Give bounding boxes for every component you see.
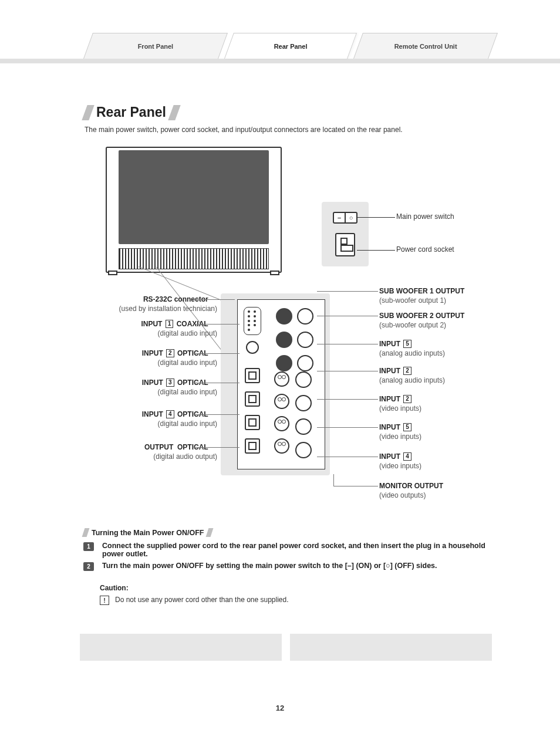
tab-label: Rear Panel <box>274 43 307 50</box>
instructions-heading-text: Turning the Main Power ON/OFF <box>92 529 204 537</box>
svideo-jack-icon <box>274 371 289 387</box>
instruction-step: 1 Connect the supplied power cord to the… <box>83 542 490 558</box>
page-number: 12 <box>0 704 560 712</box>
rca-jack-icon <box>295 371 312 388</box>
optical-jack-icon <box>245 415 260 430</box>
rca-jack-icon <box>276 332 292 348</box>
rs232-connector-icon <box>244 307 261 335</box>
leader-line <box>357 217 395 218</box>
label-input4-video: INPUT 4(video inputs) <box>379 452 497 471</box>
caution-heading: Caution: <box>100 584 490 592</box>
power-inset: – ○ <box>322 202 369 266</box>
leader-line <box>317 399 378 400</box>
leader-line <box>317 427 378 428</box>
leader-line <box>357 250 395 251</box>
instruction-step: 2 Turn the main power ON/OFF by setting … <box>83 562 490 571</box>
device-top-face <box>119 150 269 244</box>
instructions-block: Turning the Main Power ON/OFF 1 Connect … <box>83 528 490 605</box>
rca-right-column <box>295 371 312 458</box>
leader-line <box>194 299 235 300</box>
device-foot <box>108 271 117 275</box>
rca-jack-icon <box>295 395 312 411</box>
switch-off-glyph: ○ <box>345 213 356 222</box>
caution-block: Caution: ! Do not use any power cord oth… <box>100 584 490 605</box>
power-cord-socket-label: Power cord socket <box>396 245 454 254</box>
label-subwoofer2: SUB WOOFER 2 OUTPUT(sub-woofer output 2) <box>379 311 497 330</box>
device-vent-grille <box>119 248 269 269</box>
connector-panel-frame <box>237 299 325 469</box>
leader-line <box>333 486 378 486</box>
leader-line <box>317 344 378 344</box>
tab-front-panel[interactable]: Front Panel <box>83 33 228 59</box>
device-illustration <box>106 147 282 273</box>
label-input4-optical: INPUT 4 OPTICAL —(digital audio input) <box>88 410 217 428</box>
step-text: Connect the supplied power cord to the r… <box>102 542 490 558</box>
footer-block <box>290 634 492 661</box>
label-input2-optical: INPUT 2 OPTICAL —(digital audio input) <box>88 349 217 367</box>
instructions-heading: Turning the Main Power ON/OFF <box>83 528 490 537</box>
label-input2-video: INPUT 2(video inputs) <box>379 394 497 413</box>
leader-line <box>317 371 378 371</box>
rca-jack-icon <box>297 308 313 325</box>
step-number-badge: 2 <box>83 562 94 571</box>
power-cord-socket-icon <box>335 233 355 256</box>
rca-jack-icon <box>297 332 313 348</box>
device-foot <box>270 271 279 275</box>
title-slash-icon <box>168 105 180 120</box>
label-input2-analog: INPUT 2(analog audio inputs) <box>379 366 497 385</box>
caution-icon: ! <box>100 596 109 605</box>
intro-text: The main power switch, power cord socket… <box>85 126 403 134</box>
rca-jack-icon <box>276 355 292 371</box>
coaxial-jack-icon <box>246 341 259 354</box>
leader-line <box>317 457 378 457</box>
svideo-jack-icon <box>274 394 289 409</box>
footer-block <box>80 634 282 661</box>
leader-line <box>317 316 378 316</box>
rca-jack-icon <box>276 308 292 325</box>
tab-rear-panel[interactable]: Rear Panel <box>224 33 357 59</box>
step-text: Turn the main power ON/OFF by setting th… <box>102 562 437 571</box>
optical-jack-icon <box>245 391 260 407</box>
tab-label: Remote Control Unit <box>394 43 457 50</box>
heading-slash-icon <box>206 528 214 537</box>
leader-line <box>333 474 334 486</box>
main-power-switch-icon: – ○ <box>333 212 357 224</box>
main-power-switch-label: Main power switch <box>396 212 454 221</box>
step-number-badge: 1 <box>83 542 94 551</box>
page-title-wrap: Rear Panel <box>85 104 178 120</box>
leader-line <box>194 353 239 354</box>
rear-panel-diagram: – ○ Main power switch Power cord socket <box>76 147 487 516</box>
svideo-jack-icon <box>274 438 289 454</box>
caution-text: Do not use any power cord other than the… <box>115 596 289 604</box>
optical-jack-icon <box>245 368 260 383</box>
svideo-column <box>274 371 289 454</box>
rca-jack-icon <box>297 355 313 371</box>
label-input5-analog: INPUT 5(analog audio inputs) <box>379 339 497 358</box>
rca-jack-icon <box>295 442 312 458</box>
heading-slash-icon <box>82 528 90 537</box>
rca-jack-icon <box>295 418 312 435</box>
label-output-optical: OUTPUT OPTICAL —(digital audio output) <box>88 442 217 461</box>
leader-line <box>194 324 239 325</box>
label-input1-coax: INPUT 1 COAXIAL —(digital audio input) <box>88 319 217 338</box>
leader-line <box>317 291 378 292</box>
switch-on-glyph: – <box>334 213 345 222</box>
tab-remote-control[interactable]: Remote Control Unit <box>353 33 498 59</box>
tab-label: Front Panel <box>138 43 174 50</box>
leader-line <box>194 414 239 415</box>
label-input5-video: INPUT 5(video inputs) <box>379 423 497 441</box>
title-slash-icon <box>82 105 94 120</box>
leader-line <box>194 383 239 383</box>
leader-line <box>194 447 239 448</box>
rca-top-grid <box>275 306 314 374</box>
label-rs232: RS-232C connector —(used by installation… <box>88 295 217 313</box>
optical-jack-icon <box>245 438 260 454</box>
label-monitor-output: MONITOR OUTPUT(video outputs) <box>379 481 497 500</box>
label-input3-optical: INPUT 3 OPTICAL —(digital audio input) <box>88 378 217 397</box>
optical-column <box>245 368 260 454</box>
tabbar-background <box>0 59 560 63</box>
label-subwoofer1: SUB WOOFER 1 OUTPUT(sub-woofer output 1) <box>379 286 497 305</box>
connector-panel <box>221 293 330 475</box>
svideo-jack-icon <box>274 416 289 431</box>
page-title: Rear Panel <box>96 104 166 120</box>
